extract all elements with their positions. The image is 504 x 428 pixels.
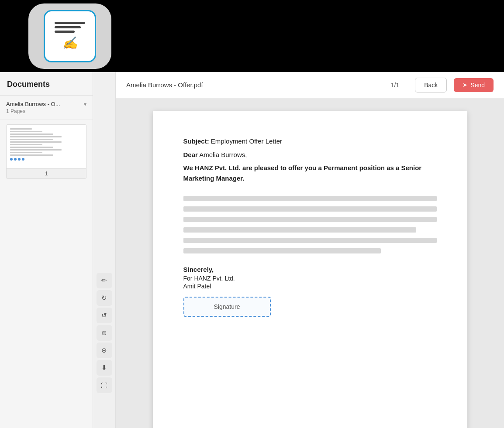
subject-label: Subject: <box>183 137 209 145</box>
doc-body-intro: We HANZ Pvt. Ltd. are pleased to offer y… <box>183 163 437 184</box>
thumbnail-area: 1 <box>0 120 93 183</box>
undo-tool-button[interactable]: ↺ <box>97 308 112 323</box>
top-bar: Amelia Burrows - Offer.pdf 1/1 Back ➤ Se… <box>116 72 504 98</box>
sidebar-doc-pages: 1 Pages <box>6 108 86 114</box>
doc-subject: Subject: Employment Offer Letter <box>183 137 437 145</box>
page-indicator: 1/1 <box>391 82 399 89</box>
blurred-lines <box>183 196 437 253</box>
chevron-down-icon: ▾ <box>84 101 86 107</box>
blurred-line-3 <box>183 217 437 222</box>
blurred-line-2 <box>183 206 437 212</box>
dear-label: Dear <box>183 151 198 158</box>
download-tool-button[interactable]: ⬇ <box>97 360 112 376</box>
back-button[interactable]: Back <box>415 78 447 92</box>
doc-closing: Sincerely, For HANZ Pvt. Ltd. Amit Patel… <box>183 266 437 317</box>
redo-tool-button[interactable]: ↻ <box>97 290 112 306</box>
toolbar-strip: ✏ ↻ ↺ ⊕ ⊖ ⬇ ⛶ <box>93 72 116 428</box>
thumbnail-wrapper[interactable]: 1 <box>6 124 86 179</box>
signature-box[interactable]: Signature <box>183 297 271 317</box>
doc-dear: Dear Amelia Burrows, <box>183 151 437 158</box>
fullscreen-tool-button[interactable]: ⛶ <box>97 377 112 393</box>
blurred-line-1 <box>183 196 437 201</box>
thumbnail-img <box>7 125 68 168</box>
sidebar: Documents Amelia Burrows - O... ▾ 1 Page… <box>0 72 93 428</box>
blurred-line-5 <box>183 238 437 243</box>
doc-filename: Amelia Burrows - Offer.pdf <box>126 81 375 89</box>
app-icon-area: ✍ <box>0 0 140 72</box>
zoom-in-tool-button[interactable]: ⊕ <box>97 325 112 341</box>
doc-name-signer: Amit Patel <box>183 283 437 290</box>
send-button[interactable]: ➤ Send <box>454 78 494 92</box>
content-area: Amelia Burrows - Offer.pdf 1/1 Back ➤ Se… <box>116 72 504 428</box>
app-icon-signature: ✍ <box>62 36 78 50</box>
doc-page: Subject: Employment Offer Letter Dear Am… <box>153 111 467 428</box>
send-label: Send <box>470 82 485 89</box>
doc-viewer[interactable]: Subject: Employment Offer Letter Dear Am… <box>116 98 504 428</box>
sidebar-doc-name: Amelia Burrows - O... <box>6 101 81 107</box>
doc-sincerely: Sincerely, <box>183 266 437 273</box>
zoom-out-tool-button[interactable]: ⊖ <box>97 342 112 358</box>
sidebar-doc-header: Amelia Burrows - O... ▾ <box>6 101 86 107</box>
send-icon: ➤ <box>463 82 467 88</box>
sidebar-title: Documents <box>7 80 50 89</box>
app-icon: ✍ <box>44 10 96 62</box>
signature-label: Signature <box>214 303 240 310</box>
sidebar-doc-item[interactable]: Amelia Burrows - O... ▾ 1 Pages <box>0 96 93 120</box>
dear-name: Amelia Burrows, <box>199 151 247 158</box>
app-icon-wrapper: ✍ <box>28 3 111 69</box>
doc-company: For HANZ Pvt. Ltd. <box>183 275 437 282</box>
pen-tool-button[interactable]: ✏ <box>97 273 112 288</box>
subject-text: Employment Offer Letter <box>211 137 282 145</box>
blurred-line-6 <box>183 248 381 253</box>
thumbnail-page-num: 1 <box>7 168 86 178</box>
blurred-line-4 <box>183 227 417 233</box>
sidebar-header: Documents <box>0 72 93 96</box>
